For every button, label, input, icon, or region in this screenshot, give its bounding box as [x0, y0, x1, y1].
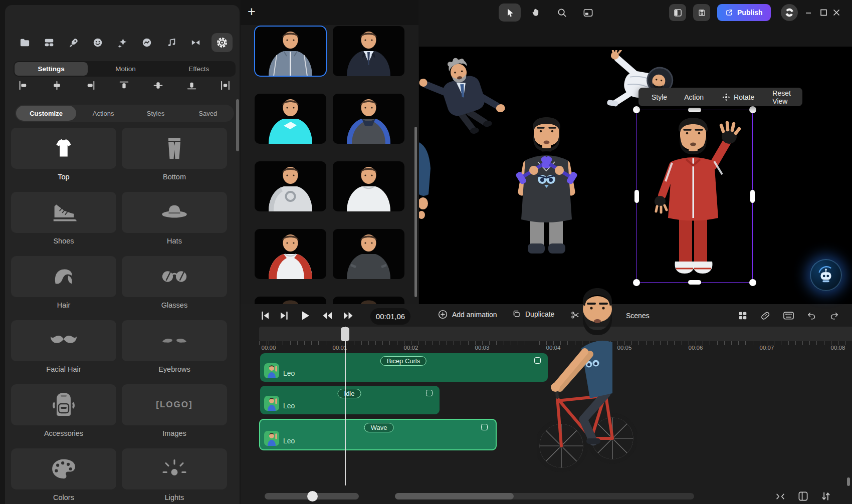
- category-top[interactable]: Top: [11, 128, 116, 181]
- side-panel-icon[interactable]: [798, 491, 808, 501]
- timeline-h-scrollbar[interactable]: [395, 493, 694, 499]
- fast-forward-button[interactable]: [343, 311, 354, 320]
- playhead-handle[interactable]: [341, 327, 349, 341]
- skip-to-start-button[interactable]: [261, 311, 270, 321]
- stage-canvas[interactable]: [419, 47, 852, 304]
- skip-to-end-button[interactable]: [280, 311, 289, 321]
- undo-icon[interactable]: [806, 311, 817, 321]
- selection-handle-middle-left[interactable]: [634, 190, 639, 203]
- rewind-button[interactable]: [322, 311, 333, 320]
- context-menu-reset-view[interactable]: Reset View: [772, 89, 802, 105]
- asset-thumb-tshirt-logo[interactable]: [255, 161, 326, 211]
- clip-corner-icon[interactable]: [481, 424, 488, 430]
- timeline-v-scrollbar[interactable]: [847, 477, 850, 486]
- category-shoes[interactable]: Shoes: [11, 192, 116, 245]
- nav-chat[interactable]: [138, 34, 155, 51]
- tab-motion[interactable]: Motion: [89, 61, 162, 77]
- category-colors[interactable]: Colors: [11, 448, 116, 501]
- selection-handle-top-center[interactable]: [688, 108, 701, 112]
- category-hats[interactable]: Hats: [122, 192, 227, 245]
- character-suit-man[interactable]: [419, 55, 514, 143]
- align-right-icon[interactable]: [85, 80, 96, 91]
- zoom-slider-knob[interactable]: [307, 491, 318, 501]
- context-menu-rotate[interactable]: Rotate: [722, 93, 754, 102]
- subtab-customize[interactable]: Customize: [16, 106, 76, 121]
- align-left-icon[interactable]: [18, 80, 29, 91]
- animation-pill[interactable]: Wave: [364, 423, 394, 432]
- nav-music[interactable]: [163, 34, 180, 51]
- distribute-horizontal-icon[interactable]: [220, 80, 231, 91]
- selection-handle-top-left[interactable]: [633, 106, 640, 113]
- selection-handle-middle-right[interactable]: [750, 190, 755, 203]
- redo-icon[interactable]: [829, 311, 839, 321]
- zoom-tool-button[interactable]: [551, 4, 573, 22]
- character-partial-blue[interactable]: [419, 133, 434, 221]
- ai-assistant-button[interactable]: [810, 259, 842, 291]
- selection-handle-bottom-right[interactable]: [749, 279, 756, 286]
- nav-effects[interactable]: [114, 34, 131, 51]
- measure-tape-icon[interactable]: [760, 310, 771, 321]
- animation-pill[interactable]: Bicep Curls: [380, 356, 427, 366]
- context-menu-action[interactable]: Action: [684, 93, 704, 101]
- h-scrollbar-thumb[interactable]: [395, 493, 514, 499]
- nav-transitions[interactable]: [187, 34, 204, 51]
- asset-thumb-partial[interactable]: [255, 297, 326, 304]
- scene-grid-icon[interactable]: [738, 311, 748, 321]
- tab-settings[interactable]: Settings: [15, 62, 88, 76]
- align-bottom-icon[interactable]: [186, 80, 197, 91]
- category-bottom[interactable]: Bottom: [122, 128, 227, 181]
- category-lights[interactable]: Lights: [122, 448, 227, 501]
- asset-scrollbar[interactable]: [414, 127, 417, 297]
- align-middle-vertical-icon[interactable]: [153, 80, 163, 91]
- select-tool-button[interactable]: [499, 4, 521, 22]
- category-facial-hair[interactable]: Facial Hair: [11, 320, 116, 373]
- clip-corner-icon[interactable]: [426, 390, 433, 396]
- selection-handle-top-right[interactable]: [749, 106, 756, 113]
- frame-tool-button[interactable]: [577, 4, 599, 22]
- subtab-styles[interactable]: Styles: [129, 105, 181, 122]
- nav-emoji[interactable]: [89, 34, 106, 51]
- character-cyclist[interactable]: [537, 273, 637, 476]
- context-menu-style[interactable]: Style: [652, 93, 667, 101]
- timeline-track-wave[interactable]: Wave Leo: [259, 419, 497, 450]
- nav-folder[interactable]: [16, 34, 33, 51]
- tab-effects[interactable]: Effects: [162, 61, 236, 77]
- add-asset-button[interactable]: +: [248, 4, 256, 20]
- play-button[interactable]: [300, 310, 311, 321]
- asset-thumb-suit[interactable]: [333, 26, 404, 76]
- save-button[interactable]: [693, 4, 710, 21]
- category-images[interactable]: [LOGO] Images: [122, 384, 227, 437]
- minimize-button[interactable]: [805, 6, 815, 19]
- selection-box[interactable]: [636, 110, 753, 283]
- toggle-panel-button[interactable]: [669, 4, 686, 21]
- add-animation-button[interactable]: Add animation: [438, 309, 497, 320]
- timeline-track-idle[interactable]: Idle Leo: [260, 386, 440, 414]
- publish-button[interactable]: Publish: [717, 4, 771, 21]
- keyboard-shortcuts-icon[interactable]: [783, 311, 794, 321]
- category-glasses[interactable]: Glasses: [122, 256, 227, 309]
- reorder-arrows-icon[interactable]: [820, 491, 831, 501]
- asset-thumb-swimsuit-top[interactable]: [333, 94, 404, 144]
- asset-thumb-partial[interactable]: [333, 297, 404, 304]
- sidebar-scrollbar[interactable]: [236, 99, 239, 151]
- timeline-zoom-slider[interactable]: [265, 493, 359, 499]
- collapse-tracks-icon[interactable]: [775, 491, 786, 501]
- selection-handle-bottom-center[interactable]: [688, 280, 701, 285]
- category-eyebrows[interactable]: Eyebrows: [122, 320, 227, 373]
- category-accessories[interactable]: Accessories: [11, 384, 116, 437]
- maximize-button[interactable]: [820, 6, 827, 19]
- asset-thumb-tshirt[interactable]: [333, 161, 404, 211]
- asset-thumb-sport-top[interactable]: [255, 26, 326, 76]
- asset-thumb-tshirt-r-sleeves[interactable]: [333, 229, 404, 279]
- asset-thumb-superhero-top[interactable]: [255, 94, 326, 144]
- nav-settings[interactable]: [211, 33, 233, 52]
- category-hair[interactable]: Hair: [11, 256, 116, 309]
- pan-tool-button[interactable]: [525, 4, 547, 22]
- align-top-icon[interactable]: [119, 80, 129, 91]
- subtab-saved[interactable]: Saved: [182, 105, 234, 122]
- animation-pill[interactable]: Idle: [338, 389, 361, 398]
- timeline-track-bicep-curls[interactable]: Bicep Curls Leo: [260, 353, 548, 382]
- align-center-horizontal-icon[interactable]: [52, 80, 62, 91]
- close-button[interactable]: [832, 6, 840, 19]
- nav-templates[interactable]: [41, 34, 58, 51]
